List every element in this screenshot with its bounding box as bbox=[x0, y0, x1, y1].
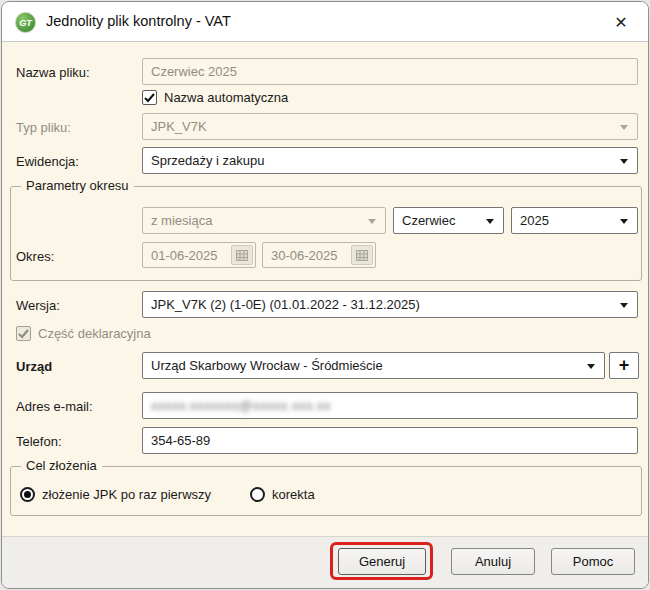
okres-od-value: 01-06-2025 bbox=[143, 248, 231, 263]
nazwa-pliku-label: Nazwa pliku: bbox=[16, 65, 90, 80]
adres-email-field[interactable]: xxxxx.xxxxxxx@xxxxx.xxx.xx bbox=[142, 392, 638, 419]
typ-pliku-select: JPK_V7K bbox=[142, 113, 638, 140]
urzad-label: Urząd bbox=[16, 359, 52, 374]
chevron-down-icon bbox=[368, 219, 376, 224]
checkmark-icon bbox=[18, 329, 29, 339]
telefon-value: 354-65-89 bbox=[151, 433, 210, 448]
window-title: Jednolity plik kontrolny - VAT bbox=[46, 13, 231, 29]
telefon-field[interactable]: 354-65-89 bbox=[142, 427, 638, 454]
adres-email-label: Adres e-mail: bbox=[16, 399, 93, 414]
checkmark-icon bbox=[144, 93, 155, 103]
ewidencja-value: Sprzedaży i zakupu bbox=[151, 153, 264, 168]
chevron-down-icon bbox=[620, 303, 628, 308]
ewidencja-label: Ewidencja: bbox=[16, 154, 79, 169]
pomoc-button[interactable]: Pomoc bbox=[551, 548, 635, 575]
czesc-deklaracyjna-checkbox bbox=[16, 326, 31, 341]
nazwa-automatyczna-checkbox[interactable] bbox=[142, 90, 157, 105]
nazwa-automatyczna-label: Nazwa automatyczna bbox=[164, 90, 288, 105]
okres-do-value: 30-06-2025 bbox=[263, 248, 351, 263]
generuj-button[interactable]: Generuj bbox=[338, 548, 426, 575]
radio-korekta-label: korekta bbox=[272, 487, 315, 502]
chevron-down-icon bbox=[620, 219, 628, 224]
wersja-value: JPK_V7K (2) (1-0E) (01.01.2022 - 31.12.2… bbox=[151, 297, 420, 312]
chevron-down-icon bbox=[620, 125, 628, 130]
radio-zlozenie-pierwszy-label: złożenie JPK po raz pierwszy bbox=[42, 487, 211, 502]
add-urzad-button[interactable]: + bbox=[609, 352, 639, 379]
okres-label: Okres: bbox=[16, 249, 54, 264]
wersja-label: Wersja: bbox=[16, 298, 60, 313]
radio-dot bbox=[24, 491, 31, 498]
radio-zlozenie-pierwszy[interactable] bbox=[20, 487, 35, 502]
nazwa-pliku-field: Czerwiec 2025 bbox=[142, 58, 638, 85]
chevron-down-icon bbox=[486, 219, 494, 224]
czesc-deklaracyjna-label: Część deklaracyjna bbox=[38, 326, 151, 341]
chevron-down-icon bbox=[620, 159, 628, 164]
close-icon[interactable]: ✕ bbox=[610, 11, 632, 33]
rok-value: 2025 bbox=[520, 213, 549, 228]
urzad-select[interactable]: Urząd Skarbowy Wrocław - Śródmieście bbox=[142, 352, 605, 379]
gt-logo-icon: GT bbox=[15, 12, 36, 33]
titlebar: GT Jednolity plik kontrolny - VAT ✕ bbox=[2, 2, 648, 42]
miesiac-select[interactable]: Czerwiec bbox=[393, 207, 504, 234]
tryb-okresu-select: z miesiąca bbox=[142, 207, 386, 234]
urzad-value: Urząd Skarbowy Wrocław - Śródmieście bbox=[151, 358, 383, 373]
calendar-icon bbox=[231, 245, 253, 265]
parametry-okresu-legend: Parametry okresu bbox=[21, 178, 134, 193]
calendar-icon bbox=[351, 245, 373, 265]
ewidencja-select[interactable]: Sprzedaży i zakupu bbox=[142, 147, 638, 174]
wersja-select[interactable]: JPK_V7K (2) (1-0E) (01.01.2022 - 31.12.2… bbox=[142, 291, 638, 318]
radio-korekta[interactable] bbox=[250, 487, 265, 502]
adres-email-value-redacted: xxxxx.xxxxxxx@xxxxx.xxx.xx bbox=[151, 398, 331, 413]
typ-pliku-value: JPK_V7K bbox=[151, 119, 207, 134]
telefon-label: Telefon: bbox=[16, 434, 62, 449]
tryb-okresu-value: z miesiąca bbox=[151, 213, 212, 228]
anuluj-button[interactable]: Anuluj bbox=[451, 548, 535, 575]
jpk-vat-dialog: GT Jednolity plik kontrolny - VAT ✕ Nazw… bbox=[1, 1, 649, 589]
okres-od-field: 01-06-2025 bbox=[142, 242, 256, 268]
okres-do-field: 30-06-2025 bbox=[262, 242, 376, 268]
typ-pliku-label: Typ pliku: bbox=[16, 120, 71, 135]
rok-select[interactable]: 2025 bbox=[511, 207, 638, 234]
miesiac-value: Czerwiec bbox=[402, 213, 455, 228]
nazwa-pliku-value: Czerwiec 2025 bbox=[151, 64, 237, 79]
chevron-down-icon bbox=[587, 364, 595, 369]
cel-zlozenia-legend: Cel złożenia bbox=[21, 458, 102, 473]
